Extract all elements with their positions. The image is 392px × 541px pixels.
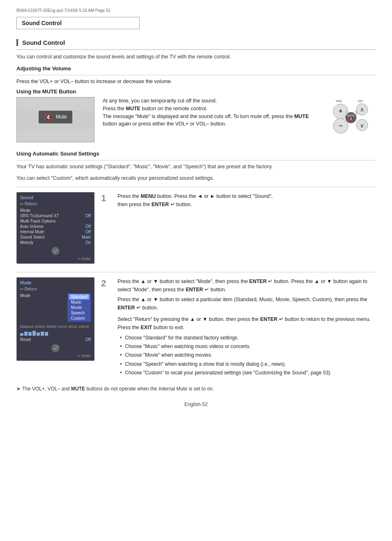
mute-content-row: 🔇 Mute At any time, you can temporarily … <box>16 97 376 142</box>
step2-balance-label: Balance 100Hz 300Hz 1KHz 3KHz 10KHz <box>20 325 91 329</box>
mute-section-title: Using the MUTE Button <box>16 88 376 95</box>
step2-mode-custom: Custom <box>69 316 89 321</box>
step1-row: Sound ↩ Return Mode SRS TruSurround XT O… <box>16 187 376 264</box>
step2-mode-music: Music <box>69 300 89 305</box>
step2-screen-return: ↩ Return <box>20 287 91 291</box>
page-header-box: Sound Control <box>16 17 140 29</box>
mute-display: 🔇 Mute <box>39 111 73 123</box>
step2-para2: Press the ▲ or ▼ button to select a part… <box>118 295 376 312</box>
step2-row: Mode ↩ Return Mode Standard Music Movie … <box>16 272 376 378</box>
mute-desc-p1: At any time, you can temporarily cut off… <box>103 97 318 128</box>
svg-text:🔇: 🔇 <box>348 116 354 121</box>
eq-bar-6 <box>41 332 44 336</box>
step2-number: 2 <box>101 278 111 289</box>
step1-row-mode: Mode <box>20 208 91 213</box>
step2-screen-bottom-icon: 🔊 <box>20 344 91 352</box>
bullet-music: Choose "Music" when watching music video… <box>119 343 376 351</box>
step1-screen: Sound ↩ Return Mode SRS TruSurround XT O… <box>16 192 95 264</box>
step2-eq-area: Balance 100Hz 300Hz 1KHz 3KHz 10KHz Rese… <box>20 325 91 342</box>
step2-enter2-bold: ENTER <box>186 287 203 293</box>
svg-point-17 <box>356 112 358 114</box>
adjusting-volume-text: Press the VOL+ or VOL– button to increas… <box>16 79 376 84</box>
page-header-title: Sound Control <box>22 20 62 26</box>
svg-text:+: + <box>339 107 342 114</box>
step1-row-srs: SRS TruSurround XT Off <box>20 213 91 218</box>
step2-para1: Press the ▲ or ▼ button to select "Mode"… <box>118 277 376 294</box>
step2-enter4-bold: ENTER <box>260 316 277 322</box>
svg-point-15 <box>346 114 347 115</box>
auto-sound-title: Using Automatic Sound Settings <box>16 151 376 157</box>
mute-icon: 🔇 <box>44 113 53 121</box>
step2-screen-box: Mode ↩ Return Mode Standard Music Movie … <box>16 277 95 361</box>
mute-description: At any time, you can temporarily cut off… <box>103 97 318 128</box>
step2-enter3-bold: ENTER <box>118 305 135 311</box>
svg-point-16 <box>355 111 357 113</box>
step1-screen-footer: ↩ Enter <box>20 257 91 261</box>
svg-text:∨: ∨ <box>360 122 364 129</box>
step2-para3: Select "Return" by pressing the ▲ or ▼ b… <box>118 315 376 323</box>
section1-description: You can control and customize the sound … <box>16 54 376 60</box>
step2-row-mode: Mode Standard Music Movie Speech Custom <box>20 293 91 322</box>
step2-exit-para: Press the EXIT button to exit. <box>118 323 376 332</box>
auto-sound-line <box>16 160 376 160</box>
step2-mode-speech: Speech <box>69 310 89 316</box>
note-text: The VOL+, VOL– and MUTE buttons do not o… <box>22 386 214 392</box>
step1-menu-bold: MENU <box>141 193 156 199</box>
step1-content: Press the MENU button. Press the ◄ or ► … <box>118 192 376 209</box>
section1-line <box>16 49 376 50</box>
mute-bold2: MUTE <box>294 114 309 119</box>
remote-svg: VOL CH + − MUTE 🔇 ∧ ∨ <box>328 97 374 134</box>
bullet-standard: Choose "Standard" for the standard facto… <box>119 334 376 342</box>
mute-screen-image: 🔇 Mute <box>16 97 95 142</box>
step1-row-multitrack: Multi-Track Options <box>20 218 91 224</box>
mute-section: Using the MUTE Button 🔇 Mute At any time… <box>16 88 376 142</box>
step1-row-autovol: Auto Volume Off <box>20 224 91 229</box>
step1-row-melody: Melody On <box>20 240 91 245</box>
bullet-speech: Choose "Speech" when watching a show tha… <box>119 360 376 368</box>
eq-bar-3 <box>28 332 32 336</box>
adjusting-volume-section: Adjusting the Volume Press the VOL+ or V… <box>16 65 376 84</box>
note-bold: MUTE <box>71 386 85 392</box>
step2-screen-title: Mode <box>20 280 91 285</box>
page-number: English-52 <box>16 402 376 407</box>
auto-sound-desc1: Your TV has automatic sound settings ("S… <box>16 164 376 169</box>
section1-title: Sound Control <box>22 39 376 46</box>
step1-screen-title: Sound <box>20 195 91 200</box>
eq-bar-2 <box>24 332 28 336</box>
svg-text:VOL: VOL <box>336 99 343 103</box>
step2-eq-bars <box>20 330 91 336</box>
svg-point-13 <box>346 111 347 113</box>
mute-bold1: MUTE <box>126 106 140 111</box>
mute-display-label: Mute <box>56 114 67 120</box>
svg-text:−: − <box>339 122 342 129</box>
step2-bullet-list: Choose "Standard" for the standard facto… <box>118 334 376 377</box>
step2-content: Press the ▲ or ▼ button to select "Mode"… <box>118 277 376 378</box>
note-row: ➤ The VOL+, VOL– and MUTE buttons do not… <box>16 386 376 392</box>
step1-number: 1 <box>101 193 111 204</box>
svg-point-14 <box>347 112 348 114</box>
step2-reset-row: Reset Off <box>20 337 91 342</box>
bullet-movie: Choose "Movie" when watching movies. <box>119 351 376 359</box>
svg-text:CH: CH <box>358 99 363 103</box>
step1-enter-bold: ENTER <box>152 202 169 207</box>
bullet-custom: Choose "Custom" to recall your personali… <box>119 369 376 377</box>
remote-control-image: VOL CH + − MUTE 🔇 ∧ ∨ <box>326 97 376 134</box>
step2-mode-dropdown: Standard Music Movie Speech Custom <box>67 293 91 322</box>
step2-exit-bold: EXIT <box>141 325 152 330</box>
svg-text:∧: ∧ <box>360 106 364 113</box>
eq-bar-4 <box>32 331 36 336</box>
file-info: BN68-01047F-00Eng.qxd 7/14/06 5:18 AM Pa… <box>16 8 376 13</box>
auto-sound-desc2: You can select "Custom", which automatic… <box>16 175 376 181</box>
step2-enter1-bold: ENTER <box>249 279 267 284</box>
step1-screen-return: ↩ Return <box>20 202 91 206</box>
svg-point-18 <box>355 114 357 115</box>
step2-screen: Mode ↩ Return Mode Standard Music Movie … <box>16 277 95 361</box>
eq-bar-7 <box>45 332 48 336</box>
step2-mode-standard: Standard <box>69 294 89 300</box>
step2-mode-movie: Movie <box>69 305 89 310</box>
step1-row-internalmute: Internal Mute Off <box>20 229 91 235</box>
adjusting-volume-title: Adjusting the Volume <box>16 65 376 72</box>
section1-title-bar: Sound Control <box>16 39 376 46</box>
note-arrow: ➤ <box>16 386 21 392</box>
step1-screen-bottom-icon: 🔊 <box>20 247 91 255</box>
